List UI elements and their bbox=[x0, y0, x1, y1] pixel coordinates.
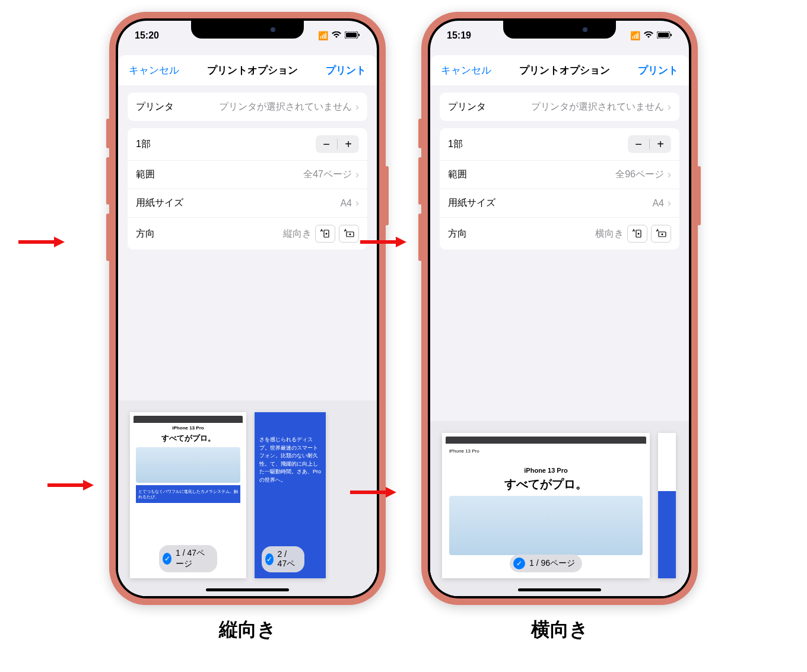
status-icons: 📶 bbox=[318, 31, 360, 40]
print-button[interactable]: プリント bbox=[638, 63, 678, 77]
thumb-product: iPhone 13 Pro bbox=[446, 467, 646, 474]
svg-point-11 bbox=[638, 233, 640, 235]
sheet-title: プリントオプション bbox=[207, 63, 298, 77]
sheet-header: キャンセル プリントオプション プリント bbox=[118, 55, 377, 85]
printer-label: プリンタ bbox=[136, 101, 174, 113]
range-row[interactable]: 範囲 全96ページ› bbox=[440, 161, 679, 189]
range-label: 範囲 bbox=[448, 168, 467, 181]
portrait-orientation-button[interactable] bbox=[627, 225, 647, 243]
portrait-orientation-button[interactable] bbox=[315, 225, 335, 243]
copies-value: 1部 bbox=[448, 138, 463, 151]
wifi-icon bbox=[332, 31, 341, 40]
stepper-minus[interactable]: − bbox=[628, 135, 649, 153]
annotation-arrow-icon bbox=[46, 476, 94, 494]
print-preview-area: iPhone 13 Pro すべてがプロ。 とてつもなくパワフルに進化したカメラ… bbox=[118, 400, 377, 596]
signal-icon: 📶 bbox=[318, 31, 328, 40]
copies-value: 1部 bbox=[136, 138, 151, 151]
copies-stepper[interactable]: − + bbox=[628, 135, 671, 153]
svg-point-13 bbox=[662, 234, 663, 235]
thumb-blue-text: とてつもなくパワフルに進化したカメラシステム。触れるたび、 bbox=[136, 485, 240, 503]
annotation-arrow-icon bbox=[17, 233, 65, 251]
sheet-header: キャンセル プリントオプション プリント bbox=[430, 55, 689, 85]
svg-marker-15 bbox=[54, 237, 65, 247]
svg-rect-2 bbox=[358, 34, 360, 36]
chevron-icon: › bbox=[355, 168, 359, 181]
wifi-icon bbox=[644, 31, 653, 40]
checkmark-icon: ✓ bbox=[265, 553, 274, 565]
page-badge: ✓ 2 / 47ペ bbox=[262, 546, 304, 572]
paper-size-row[interactable]: 用紙サイズ A4› bbox=[128, 189, 367, 218]
status-time: 15:19 bbox=[447, 30, 471, 41]
annotation-arrow-icon bbox=[359, 233, 406, 251]
caption-portrait: 縦向き bbox=[219, 617, 277, 643]
checkmark-icon: ✓ bbox=[163, 553, 171, 565]
cancel-button[interactable]: キャンセル bbox=[129, 63, 179, 77]
orientation-label: 方向 bbox=[448, 228, 467, 240]
page-thumbnail-2[interactable] bbox=[658, 433, 676, 578]
orientation-label: 方向 bbox=[136, 228, 155, 240]
page-badge-text: 1 / 47ページ bbox=[176, 548, 210, 569]
thumb-product: iPhone 13 Pro bbox=[134, 425, 243, 431]
svg-marker-19 bbox=[396, 237, 406, 247]
stepper-plus[interactable]: + bbox=[650, 135, 671, 153]
svg-rect-8 bbox=[658, 33, 669, 37]
status-time: 15:20 bbox=[135, 30, 159, 41]
paper-label: 用紙サイズ bbox=[136, 197, 183, 209]
range-value: 全96ページ bbox=[615, 168, 664, 181]
range-row[interactable]: 範囲 全47ページ› bbox=[128, 161, 367, 189]
page-badge-text: 1 / 96ページ bbox=[529, 558, 575, 569]
paper-size-row[interactable]: 用紙サイズ A4› bbox=[440, 189, 679, 218]
caption-landscape: 横向き bbox=[531, 617, 589, 643]
printer-value: プリンタが選択されていません bbox=[219, 101, 352, 113]
paper-label: 用紙サイズ bbox=[448, 197, 495, 209]
checkmark-icon: ✓ bbox=[513, 558, 525, 569]
orientation-row: 方向 横向き bbox=[440, 218, 679, 250]
home-indicator[interactable] bbox=[206, 588, 289, 591]
landscape-orientation-button[interactable] bbox=[339, 225, 359, 243]
orientation-value: 縦向き bbox=[283, 228, 312, 240]
range-label: 範囲 bbox=[136, 168, 155, 181]
stepper-plus[interactable]: + bbox=[338, 135, 359, 153]
phone-mockup-portrait: 15:20 📶 キャンセル プリントオプション プリント bbox=[109, 12, 386, 605]
chevron-icon: › bbox=[668, 101, 671, 113]
status-icons: 📶 bbox=[630, 31, 672, 40]
landscape-orientation-button[interactable] bbox=[651, 225, 671, 243]
printer-row[interactable]: プリンタ プリンタが選択されていません› bbox=[440, 93, 679, 121]
orientation-value: 横向き bbox=[595, 228, 624, 240]
phone-mockup-landscape: 15:19 📶 キャンセル プリントオプション プリント bbox=[421, 12, 698, 605]
sheet-title: プリントオプション bbox=[519, 63, 610, 77]
copies-row: 1部 − + bbox=[128, 128, 367, 161]
chevron-icon: › bbox=[355, 101, 359, 113]
page-thumbnail-1[interactable]: iPhone 13 Pro iPhone 13 Pro すべてがプロ。 ✓ 1 … bbox=[442, 433, 650, 578]
svg-marker-21 bbox=[386, 487, 396, 498]
battery-icon bbox=[657, 31, 672, 40]
battery-icon bbox=[345, 31, 360, 40]
page-thumbnail-1[interactable]: iPhone 13 Pro すべてがプロ。 とてつもなくパワフルに進化したカメラ… bbox=[130, 412, 246, 578]
home-indicator[interactable] bbox=[518, 588, 601, 591]
thumb-tagline: すべてがプロ。 bbox=[134, 433, 243, 444]
chevron-icon: › bbox=[668, 168, 671, 181]
chevron-icon: › bbox=[355, 197, 359, 209]
svg-rect-1 bbox=[346, 33, 357, 37]
printer-label: プリンタ bbox=[448, 101, 486, 113]
page-thumbnail-2[interactable]: さを感じられるディスプ。世界最速のスマートフォン。比類のない耐久性。て、飛躍的に… bbox=[255, 412, 326, 578]
printer-value: プリンタが選択されていません bbox=[531, 101, 664, 113]
copies-stepper[interactable]: − + bbox=[316, 135, 359, 153]
svg-rect-9 bbox=[671, 34, 672, 36]
print-preview-area: iPhone 13 Pro iPhone 13 Pro すべてがプロ。 ✓ 1 … bbox=[430, 421, 689, 596]
svg-marker-17 bbox=[83, 480, 94, 491]
page-badge-text: 2 / 47ペ bbox=[278, 549, 297, 569]
thumb-tagline: すべてがプロ。 bbox=[446, 476, 646, 492]
annotation-arrow-icon bbox=[349, 483, 396, 501]
paper-value: A4 bbox=[340, 198, 352, 209]
signal-icon: 📶 bbox=[630, 31, 640, 40]
print-button[interactable]: プリント bbox=[326, 63, 366, 77]
orientation-row: 方向 縦向き bbox=[128, 218, 367, 250]
page-badge: ✓ 1 / 47ページ bbox=[159, 545, 217, 572]
cancel-button[interactable]: キャンセル bbox=[441, 63, 491, 77]
printer-row[interactable]: プリンタ プリンタが選択されていません› bbox=[128, 93, 367, 121]
stepper-minus[interactable]: − bbox=[316, 135, 337, 153]
page-badge: ✓ 1 / 96ページ bbox=[510, 555, 582, 572]
paper-value: A4 bbox=[652, 198, 664, 209]
svg-point-6 bbox=[350, 234, 351, 235]
